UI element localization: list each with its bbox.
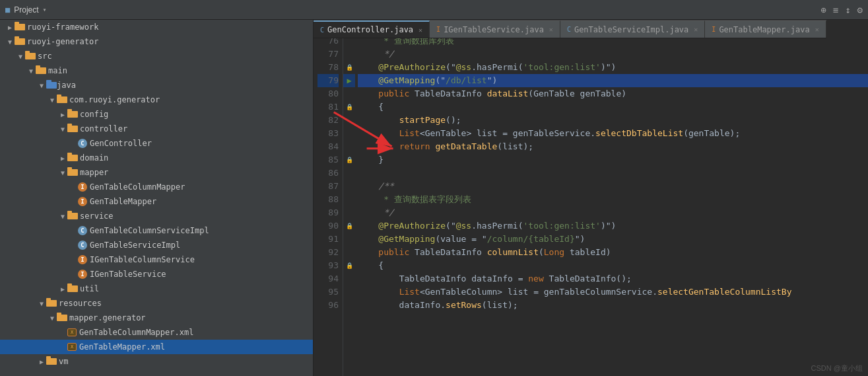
- tree-item-3[interactable]: ▼main: [0, 63, 313, 78]
- tree-item-icon: X: [67, 343, 77, 351]
- tree-item-label: com.ruoyi.generator: [69, 95, 160, 104]
- tree-item-13[interactable]: ▼service: [0, 209, 313, 223]
- tree-item-4[interactable]: ▼java: [0, 78, 313, 93]
- tree-item-icon: [67, 167, 78, 178]
- gutter-indicator: [343, 193, 355, 206]
- code-line: public TableDataInfo dataList(GenTable g…: [358, 87, 868, 100]
- tab-igents[interactable]: IIGenTableService.java✕: [430, 20, 560, 38]
- tree-item-6[interactable]: ▶config: [0, 107, 313, 122]
- svg-rect-15: [67, 124, 72, 126]
- tab-type-icon: I: [436, 26, 440, 33]
- line-number: 85: [317, 153, 339, 167]
- gutter-indicator: [343, 299, 355, 312]
- tree-item-21[interactable]: XGenTableColumnMapper.xml: [0, 325, 313, 340]
- tree-item-label: mapper.generator: [69, 313, 146, 322]
- svg-rect-8: [46, 82, 57, 89]
- tree-item-8[interactable]: CGenController: [0, 136, 313, 151]
- gutter: 🔒▶🔒🔒🔒🔒: [343, 20, 355, 376]
- tree-item-label: domain: [80, 153, 108, 163]
- tree-item-11[interactable]: IGenTableColumnMapper: [0, 180, 313, 194]
- svg-rect-7: [36, 65, 40, 68]
- tab-label: GenTableServiceImpl.java: [574, 25, 688, 34]
- line-number: 94: [317, 272, 339, 285]
- tree-item-16[interactable]: IIGenTableColumnService: [0, 252, 313, 267]
- tree-arrow: ▼: [16, 53, 25, 60]
- svg-rect-19: [67, 167, 72, 170]
- tree-item-label: GenController: [90, 139, 152, 148]
- tree-item-0[interactable]: ▶ruoyi-framework: [0, 20, 313, 34]
- tree-arrow: ▶: [58, 111, 67, 118]
- tree-item-label: GenTableColumnMapper: [90, 182, 185, 192]
- tree-item-17[interactable]: IIGenTableService: [0, 267, 313, 282]
- layout-icon[interactable]: ≡: [833, 5, 838, 15]
- gutter-indicator: [343, 48, 355, 61]
- tree-item-icon: I: [78, 182, 87, 192]
- tree-arrow: ▶: [58, 285, 67, 293]
- tree-item-label: GenTableColumnServiceImpl: [90, 226, 209, 235]
- scroll-icon[interactable]: ↕: [845, 5, 850, 15]
- tab-gentm[interactable]: IGenTableMapper.java✕: [705, 20, 826, 38]
- tree-item-icon: I: [78, 255, 87, 264]
- project-header: ■ Project ▾: [5, 5, 47, 15]
- tree-item-18[interactable]: ▶util: [0, 282, 313, 296]
- gutter-indicator: [343, 233, 355, 246]
- tree-item-19[interactable]: ▼resources: [0, 296, 313, 311]
- tree-item-icon: I: [78, 270, 87, 279]
- tree-item-22[interactable]: XGenTableMapper.xml: [0, 340, 313, 354]
- tree-item-2[interactable]: ▼src: [0, 49, 313, 63]
- tree-item-icon: [25, 51, 36, 61]
- project-dropdown-icon[interactable]: ▾: [43, 6, 47, 13]
- gutter-indicator: 🔒: [343, 100, 355, 114]
- tree-item-15[interactable]: CGenTableServiceImpl: [0, 238, 313, 252]
- tab-gentsimpl[interactable]: CGenTableServiceImpl.java✕: [560, 20, 705, 38]
- gutter-indicator: 🔒: [343, 219, 355, 233]
- tree-item-12[interactable]: IGenTableMapper: [0, 194, 313, 209]
- gutter-indicator: [343, 180, 355, 193]
- tree-item-label: java: [57, 81, 76, 90]
- tree-item-label: resources: [59, 299, 102, 308]
- code-line: */: [358, 48, 868, 61]
- tree-item-14[interactable]: CGenTableColumnServiceImpl: [0, 223, 313, 238]
- tree-arrow: ▼: [58, 213, 67, 220]
- tree-item-icon: [46, 356, 57, 367]
- settings-icon[interactable]: ⚙: [857, 5, 863, 15]
- project-panel: ▶ruoyi-framework▼ruoyi-generator▼src▼mai…: [0, 20, 314, 376]
- tree-item-icon: [67, 153, 78, 163]
- tree-arrow: ▼: [37, 300, 46, 307]
- tree-item-23[interactable]: ▶vm: [0, 354, 313, 369]
- svg-rect-5: [25, 51, 30, 54]
- tree-item-icon: [57, 313, 67, 323]
- tab-close-icon[interactable]: ✕: [694, 26, 698, 33]
- code-line: @GetMapping(value = "/column/{tableId}"): [358, 233, 868, 246]
- code-line: {: [358, 259, 868, 272]
- svg-rect-21: [67, 211, 72, 213]
- tab-close-icon[interactable]: ✕: [418, 26, 422, 34]
- tab-close-icon[interactable]: ✕: [549, 26, 553, 33]
- code-line: dataInfo.setRows(list);: [358, 299, 868, 312]
- tree-item-5[interactable]: ▼com.ruoyi.generator: [0, 93, 313, 107]
- tree-item-icon: [57, 94, 67, 105]
- tree-item-label: util: [80, 284, 99, 293]
- tree-item-icon: [46, 298, 57, 309]
- tree-item-9[interactable]: ▶domain: [0, 151, 313, 165]
- tab-label: GenController.java: [327, 25, 413, 34]
- line-number: 96: [317, 299, 339, 312]
- tree-arrow: ▼: [37, 82, 46, 89]
- tree-item-1[interactable]: ▼ruoyi-generator: [0, 34, 313, 49]
- tree-item-icon: C: [78, 241, 87, 250]
- tree-item-icon: X: [67, 328, 77, 336]
- tab-type-icon: I: [712, 26, 716, 33]
- svg-rect-25: [46, 298, 51, 301]
- svg-rect-22: [67, 285, 78, 292]
- tab-genc[interactable]: CGenController.java✕: [314, 20, 430, 38]
- gutter-indicator: 🔒: [343, 61, 355, 74]
- tab-close-icon[interactable]: ✕: [815, 26, 819, 33]
- tree-item-label: IGenTableColumnService: [90, 255, 195, 264]
- tree-item-7[interactable]: ▼controller: [0, 122, 313, 136]
- add-icon[interactable]: ⊕: [820, 5, 826, 15]
- tree-item-10[interactable]: ▼mapper: [0, 165, 313, 180]
- main-content: ▶ruoyi-framework▼ruoyi-generator▼src▼mai…: [0, 20, 868, 376]
- tree-item-20[interactable]: ▼mapper.generator: [0, 311, 313, 325]
- gutter-indicator: [343, 206, 355, 219]
- code-line: }: [358, 153, 868, 167]
